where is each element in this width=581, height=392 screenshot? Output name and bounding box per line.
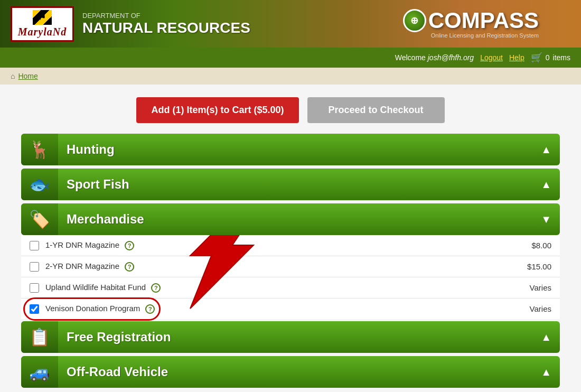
items-label: items	[553, 53, 570, 62]
2yr-dnr-label: 2-YR DNR Magazine ?	[45, 262, 514, 272]
venison-donation-label: Venison Donation Program ?	[45, 304, 514, 314]
help-link[interactable]: Help	[509, 53, 524, 62]
sport-fish-icon: 🐟	[21, 169, 58, 200]
merchandise-chevron: ▼	[541, 213, 560, 226]
action-row: Add (1) Item(s) to Cart ($5.00) Proceed …	[21, 97, 560, 123]
off-road-chevron: ▲	[541, 366, 560, 378]
compass-circle-icon: ⊕	[403, 9, 426, 32]
maryland-flag-icon: ⚑	[33, 10, 52, 25]
hunting-chevron: ▲	[541, 144, 560, 156]
1yr-dnr-label: 1-YR DNR Magazine ?	[45, 240, 514, 250]
welcome-text: Welcome josh@fhfh.org	[395, 53, 474, 62]
nav-bar: Welcome josh@fhfh.org Logout Help 🛒 0 it…	[0, 48, 581, 68]
checkout-button[interactable]: Proceed to Checkout	[307, 97, 445, 123]
1yr-dnr-checkbox[interactable]	[30, 241, 39, 250]
off-road-section-header[interactable]: 🚙 Off-Road Vehicle ▲	[21, 356, 560, 388]
sport-fish-section-header[interactable]: 🐟 Sport Fish ▲	[21, 169, 560, 200]
compass-title: COMPASS	[428, 10, 539, 32]
hunting-icon: 🦌	[21, 134, 58, 165]
upland-wildlife-help-icon[interactable]: ?	[151, 283, 161, 293]
free-registration-chevron: ▲	[541, 331, 560, 343]
cart-area[interactable]: 🛒 0 items	[531, 52, 570, 63]
merchandise-icon: 🏷️	[21, 203, 58, 235]
2yr-dnr-price: $15.00	[514, 262, 551, 271]
2yr-dnr-help-icon[interactable]: ?	[125, 262, 134, 272]
off-road-icon: 🚙	[21, 356, 58, 388]
department-info: DEPARTMENT OF NATURAL RESOURCES	[82, 12, 250, 36]
hunting-section-header[interactable]: 🦌 Hunting ▲	[21, 134, 560, 165]
add-to-cart-button[interactable]: Add (1) Item(s) to Cart ($5.00)	[136, 97, 298, 123]
main-content: Add (1) Item(s) to Cart ($5.00) Proceed …	[0, 85, 581, 392]
user-email: josh@fhfh.org	[428, 53, 474, 62]
home-icon: ⌂	[11, 72, 15, 80]
logout-link[interactable]: Logout	[480, 53, 503, 62]
list-item: Upland Wildlife Habitat Fund ? Varies	[21, 277, 560, 298]
upland-wildlife-checkbox[interactable]	[30, 283, 39, 293]
sport-fish-title: Sport Fish	[58, 177, 541, 192]
upland-wildlife-label: Upland Wildlife Habitat Fund ?	[45, 283, 514, 293]
1yr-dnr-price: $8.00	[514, 241, 551, 250]
cart-icon: 🛒	[531, 52, 542, 63]
breadcrumb: ⌂ Home	[0, 68, 581, 85]
maryland-logo: ⚑ MarylaNd	[11, 6, 74, 42]
list-item: 1-YR DNR Magazine ? $8.00	[21, 235, 560, 256]
upland-wildlife-price: Varies	[514, 283, 551, 292]
content-wrapper: Add (1) Item(s) to Cart ($5.00) Proceed …	[21, 97, 560, 388]
hunting-title: Hunting	[58, 142, 541, 157]
venison-donation-price: Varies	[514, 304, 551, 313]
venison-donation-item: Venison Donation Program ? Varies	[21, 298, 560, 319]
free-registration-section-header[interactable]: 📋 Free Registration ▲	[21, 321, 560, 353]
compass-subtitle: Online Licensing and Registration System	[431, 32, 539, 39]
merchandise-items: 1-YR DNR Magazine ? $8.00 2-YR DNR Magaz…	[21, 235, 560, 319]
off-road-title: Off-Road Vehicle	[58, 365, 541, 379]
site-header: ⚑ MarylaNd DEPARTMENT OF NATURAL RESOURC…	[0, 0, 581, 48]
free-registration-icon: 📋	[21, 321, 58, 353]
2yr-dnr-checkbox[interactable]	[30, 262, 39, 272]
free-registration-title: Free Registration	[58, 330, 541, 344]
natural-resources-label: NATURAL RESOURCES	[82, 20, 250, 36]
venison-donation-checkbox[interactable]	[30, 304, 39, 314]
merchandise-section-header[interactable]: 🏷️ Merchandise ▼	[21, 203, 560, 235]
merchandise-title: Merchandise	[58, 212, 541, 227]
dept-of-label: DEPARTMENT OF	[82, 12, 250, 20]
venison-donation-help-icon[interactable]: ?	[145, 304, 155, 314]
list-item: 2-YR DNR Magazine ? $15.00	[21, 256, 560, 277]
1yr-dnr-help-icon[interactable]: ?	[125, 241, 134, 250]
sport-fish-chevron: ▲	[541, 179, 560, 191]
cart-count: 0	[546, 53, 550, 62]
home-link[interactable]: Home	[18, 72, 38, 80]
maryland-text: MarylaNd	[18, 26, 67, 38]
